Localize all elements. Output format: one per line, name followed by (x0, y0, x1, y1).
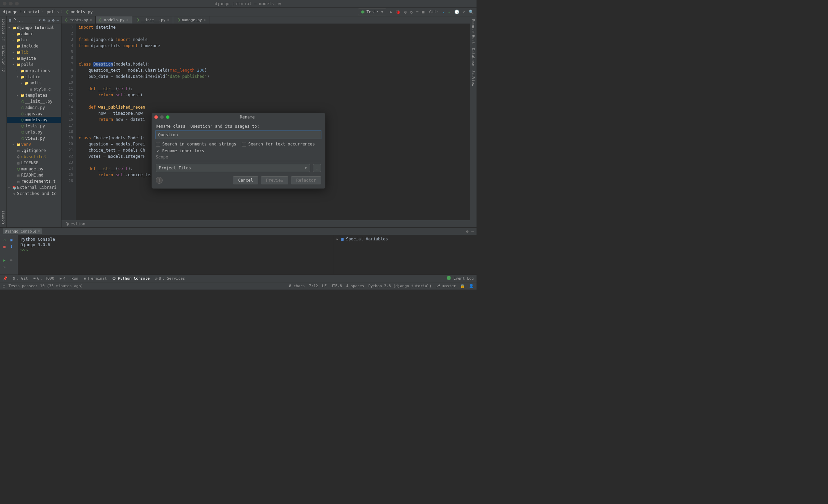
special-variables-label[interactable]: Special Variables (346, 237, 388, 241)
execute-icon[interactable]: ▶ (1, 257, 8, 263)
line-number[interactable]: 16 (61, 116, 73, 123)
code-line[interactable]: class Question(models.Model): (79, 61, 470, 67)
line-number[interactable]: 13 (61, 98, 73, 104)
search-comments-checkbox[interactable]: Search in comments and strings (156, 142, 236, 146)
code-line[interactable]: from django.db import models (79, 37, 470, 43)
scope-browse-button[interactable]: … (313, 164, 321, 172)
tree-arrow-icon[interactable]: ▸ (12, 38, 16, 42)
code-line[interactable] (79, 55, 470, 61)
tree-arrow-icon[interactable]: ▸ (12, 32, 16, 36)
cancel-button[interactable]: Cancel (233, 176, 258, 184)
concurrent-button[interactable]: ≡ (416, 10, 418, 14)
run-button[interactable]: ▶ (390, 10, 392, 14)
tree-arrow-icon[interactable]: ▾ (16, 75, 20, 79)
line-number[interactable]: 19 (61, 135, 73, 141)
breadcrumb-class[interactable]: Question (66, 222, 85, 226)
coverage-button[interactable]: ◐ (404, 10, 406, 14)
rename-inheritors-checkbox[interactable]: Rename inheritors (156, 149, 321, 153)
python-console-tool-tab[interactable]: ⬡ Python Console (112, 276, 150, 281)
close-icon[interactable]: × (167, 18, 169, 22)
status-line-ending[interactable]: LF (322, 284, 327, 288)
line-number[interactable]: 8 (61, 67, 73, 73)
locate-icon[interactable]: ⊕ (43, 18, 45, 23)
code-line[interactable]: from django.utils import timezone (79, 43, 470, 49)
breadcrumb-item[interactable]: models.py (71, 10, 93, 14)
lock-icon[interactable]: 🔒 (460, 284, 465, 288)
close-window-icon[interactable] (3, 2, 6, 5)
close-icon[interactable]: × (126, 18, 128, 22)
project-tree[interactable]: ▾📁django_tutorial▸📁admin▸📁bin📁include▸📁l… (7, 24, 61, 227)
line-number[interactable]: 17 (61, 123, 73, 129)
code-line[interactable] (79, 98, 470, 104)
line-number[interactable]: 20 (61, 141, 73, 147)
sciview-tool-tab[interactable]: SciView (470, 68, 477, 88)
tree-row[interactable]: ▸📁admin (7, 31, 61, 37)
line-number[interactable]: 15 (61, 110, 73, 116)
code-line[interactable]: question_text = models.CharField(max_len… (79, 67, 470, 73)
line-number[interactable]: 11 (61, 86, 73, 92)
new-console-icon[interactable]: ▣ (8, 237, 14, 243)
git-update-button[interactable]: ↙ (442, 10, 445, 14)
more-icon[interactable]: » (1, 264, 8, 270)
editor-tab[interactable]: ⬡manage.py× (173, 16, 210, 24)
traffic-lights[interactable] (3, 2, 19, 5)
tree-arrow-icon[interactable]: ▸ (12, 57, 16, 60)
tree-arrow-icon[interactable]: ▸ (12, 51, 16, 54)
code-line[interactable]: import datetime (79, 24, 470, 30)
django-console-tab[interactable]: Django Console × (3, 228, 42, 234)
console-output[interactable]: Python Console Django 3.0.6 >>> (18, 235, 333, 275)
code-line[interactable]: pub_date = models.DateTimeField('date pu… (79, 73, 470, 80)
close-dialog-icon[interactable] (154, 115, 158, 119)
tree-row[interactable]: ⬡apps.py (7, 111, 61, 117)
rerun-icon[interactable]: ↻ (1, 237, 8, 243)
checkbox-icon[interactable] (156, 142, 160, 146)
database-tool-tab[interactable]: Database (470, 46, 477, 68)
terminal-tool-tab[interactable]: ▣ Terminal (84, 276, 107, 281)
tree-row[interactable]: ⬡urls.py (7, 129, 61, 135)
tree-row[interactable]: ⬡tests.py (7, 123, 61, 129)
tree-row[interactable]: ▸📁migrations (7, 68, 61, 74)
tree-row[interactable]: ⬡models.py (7, 117, 61, 123)
stop-icon[interactable]: ■ (1, 243, 8, 250)
attach-debugger-icon[interactable]: ⤓ (8, 243, 14, 250)
line-number[interactable]: 9 (61, 73, 73, 80)
status-indent[interactable]: 4 spaces (346, 284, 364, 288)
line-number[interactable]: 24 (61, 166, 73, 172)
remote-host-tool-tab[interactable]: Remote Host (470, 17, 477, 46)
tree-row[interactable]: ▤requirements.t (7, 178, 61, 184)
line-number[interactable]: 1 (61, 24, 73, 30)
line-number[interactable]: 7 (61, 61, 73, 67)
tree-row[interactable]: ▸📁mysite (7, 55, 61, 61)
line-number[interactable]: 25 (61, 172, 73, 178)
tree-row[interactable]: 📁include (7, 43, 61, 49)
inspection-icon[interactable]: 👤 (469, 284, 474, 288)
line-number[interactable]: 4 (61, 43, 73, 49)
chevron-down-icon[interactable]: ▾ (39, 18, 41, 23)
breadcrumb-item[interactable]: polls (46, 10, 59, 14)
editor-tab[interactable]: ⬡models.py× (96, 16, 132, 24)
line-number[interactable]: 22 (61, 153, 73, 159)
checkbox-icon[interactable] (242, 142, 246, 146)
code-line[interactable]: def __str__(self): (79, 86, 470, 92)
tree-row[interactable]: ⬡manage.py (7, 166, 61, 172)
status-position[interactable]: 7:12 (309, 284, 318, 288)
line-number[interactable]: 21 (61, 147, 73, 153)
preview-button[interactable]: Preview (261, 176, 289, 184)
status-branch[interactable]: ⎇ master (436, 284, 456, 288)
maximize-dialog-icon[interactable] (166, 115, 169, 119)
tree-row[interactable]: ⬡views.py (7, 135, 61, 141)
tree-row[interactable]: ▤LICENSE (7, 160, 61, 166)
help-button[interactable]: ? (156, 177, 163, 184)
close-icon[interactable]: × (38, 229, 40, 234)
tree-row[interactable]: ▸📁lib (7, 49, 61, 55)
breadcrumb-item[interactable]: django_tutorial (3, 10, 40, 14)
tree-arrow-icon[interactable]: ▾ (12, 63, 16, 66)
rename-input[interactable] (156, 131, 321, 139)
tree-row[interactable]: ▾📁polls (7, 80, 61, 86)
keyboard-icon[interactable]: ⌨ (8, 257, 14, 263)
editor-tab[interactable]: ⬡__init__.py× (132, 16, 173, 24)
tree-row[interactable]: ▸📁venv (7, 141, 61, 148)
tree-row[interactable]: ✎Scratches and Co (7, 191, 61, 197)
tree-arrow-icon[interactable]: ▾ (20, 81, 24, 85)
tree-arrow-icon[interactable]: ▸ (16, 69, 20, 72)
